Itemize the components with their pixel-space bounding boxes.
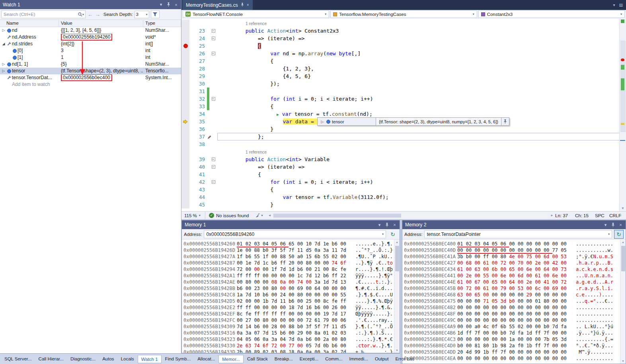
indicator-margin[interactable]	[181, 57, 189, 65]
watch-search-box[interactable]: ▾	[1, 10, 86, 18]
outlining-margin[interactable]: −	[209, 156, 217, 163]
search-options-icon[interactable]: ▾	[82, 13, 84, 16]
memory-row[interactable]: 0x000002556B19432304 05 06 0a 3a 04 7d 0…	[183, 336, 400, 343]
memory-row[interactable]: 0x000002556B0EC40D00 00 00 00 00 00 00 0…	[404, 247, 626, 253]
tab-list-chevron-icon[interactable]: ▾	[613, 3, 615, 7]
tool-window-tab[interactable]: Autos	[99, 355, 117, 363]
memory-row[interactable]: 0x000002556B19427A1f b6 55 1f 00 88 50 a…	[183, 253, 400, 260]
code-line[interactable]: 26− var nd = np.array(new byte[,]	[181, 50, 626, 57]
watch-row[interactable]: [0]3int	[0, 47, 181, 54]
tool-window-tab[interactable]: Error List	[392, 355, 417, 363]
tab-pin-icon[interactable]	[241, 3, 244, 8]
code-line[interactable]: 44 var tensor = tf.Variable(3112.0f);	[181, 193, 626, 201]
window-menu-icon[interactable]: ▾	[376, 222, 383, 228]
indicator-margin[interactable]	[181, 156, 189, 163]
code-line[interactable]: 1 reference	[181, 19, 626, 27]
outlining-margin[interactable]	[209, 57, 217, 65]
memory-row[interactable]: 0x000002556B0EC4C300 00 00 00 00 00 1a 0…	[404, 336, 626, 343]
memory-row[interactable]: 0x000002556B0EC4B61d ff 7f 00 00 b0 7d f…	[404, 330, 626, 336]
indicator-margin[interactable]	[181, 133, 189, 140]
memory-row[interactable]: 0x000002556B19433D2b 00 89 02 03 08 18 0…	[183, 349, 400, 353]
document-health-indicator[interactable]: ✓ No issues found	[205, 213, 252, 218]
code-line[interactable]: 29 {4, 5, 6}	[181, 72, 626, 80]
indicator-margin[interactable]	[181, 178, 189, 186]
code-line[interactable]: 43 {	[181, 186, 626, 193]
memory-row[interactable]: 0x000002556B0EC4D0b0 00 81 80 1b 98 2a f…	[404, 343, 626, 349]
scroll-up-icon[interactable]: ▲	[394, 239, 400, 245]
document-tab[interactable]: MemoryTestingCases.cs ×	[182, 0, 253, 10]
indicator-margin[interactable]	[181, 80, 189, 88]
tool-window-tab[interactable]: Comm...	[322, 355, 345, 363]
code-line[interactable]: 32− for (int i = 0; i < iterate; i++)	[181, 95, 626, 103]
memory2-address-input[interactable]: tensor.TensorDataPointer ▾	[424, 230, 612, 238]
tool-window-tab[interactable]: SQL Server...	[1, 355, 35, 363]
memory-row[interactable]: 0x000002556B0EC42700 68 00 61 00 72 00 7…	[404, 260, 626, 266]
outlining-margin[interactable]	[209, 80, 217, 88]
code-line[interactable]: 30 });	[181, 80, 626, 88]
watch-row[interactable]: ◢nd.strides{int[2]}int[]	[0, 41, 181, 47]
close-icon[interactable]: ×	[173, 2, 179, 8]
scroll-down-icon[interactable]: ▼	[620, 358, 626, 364]
indicator-margin[interactable]	[181, 125, 189, 133]
memory-row[interactable]: 0x000002556B1942E2ff ff 00 00 00 00 18 7…	[183, 304, 400, 311]
search-prev-icon[interactable]: ←	[87, 12, 93, 18]
filter-watch-button[interactable]	[151, 10, 160, 18]
tool-window-tab[interactable]: Call Hierar...	[35, 355, 67, 363]
collapse-icon[interactable]: −	[212, 37, 215, 40]
memory-row[interactable]: 0x000002556B19428700 1e 7d 1c b6 ff 20 0…	[183, 260, 400, 266]
collapse-icon[interactable]: −	[212, 165, 215, 169]
memory2-scrollbar[interactable]: ▲ ▼	[620, 239, 626, 364]
code-line[interactable]: 31	[181, 88, 626, 95]
outlining-margin[interactable]	[209, 103, 217, 110]
tool-window-tab[interactable]: Excepti...	[296, 355, 322, 363]
scrollbar-thumb[interactable]	[395, 246, 399, 271]
watch-row[interactable]: ▷tensor{tf.Tensor: shape=(2, 3), dtype=u…	[0, 68, 181, 74]
indicator-margin[interactable]	[181, 103, 189, 110]
column-header-name[interactable]: Name	[0, 20, 59, 27]
memory-row[interactable]: 0x000002556B1943097d 14 b6 00 28 00 88 b…	[183, 323, 400, 330]
outlining-margin[interactable]	[209, 118, 217, 125]
tool-window-tab[interactable]: Breakp...	[271, 355, 296, 363]
close-icon[interactable]: ×	[617, 222, 624, 228]
window-menu-icon[interactable]: ▾	[158, 2, 164, 8]
pin-icon[interactable]	[165, 2, 172, 8]
tool-window-tab[interactable]: Locals	[118, 355, 137, 363]
memory-row[interactable]: 0x000002556B1942EF8c fe ff ff ff ff 00 0…	[183, 311, 400, 317]
editor-horizontal-scrollbar[interactable]: ◄ ►	[268, 212, 554, 219]
codelens-references[interactable]: 1 reference	[220, 148, 267, 156]
datatip-name-box[interactable]: ▷ tensor	[317, 117, 376, 126]
memory1-hex-view[interactable]: 0x000002556B19426001 02 03 04 05 06 65 0…	[182, 239, 400, 353]
watch-row[interactable]: nd.Address0x000002556b194260void*	[0, 34, 181, 41]
watch-row[interactable]: tensor.TensorDat...0x000002556b0ec400Sys…	[0, 74, 181, 81]
code-line[interactable]: 40− => (iterate) =>	[181, 163, 626, 171]
editor-vertical-scrollbar[interactable]: ▲ ▼	[619, 19, 626, 211]
refresh-button[interactable]: ↻	[388, 230, 398, 239]
memory-row[interactable]: 0x000002556B0EC48F00 00 00 00 00 00 00 0…	[404, 311, 626, 317]
indicator-margin[interactable]	[181, 50, 189, 57]
tool-window-tab[interactable]: Call Stack	[244, 355, 271, 363]
expander-icon[interactable]: ▷	[320, 120, 325, 124]
tool-window-tab[interactable]: Allocat...	[194, 355, 218, 363]
code-line[interactable]: 39− public Action<int> Variable	[181, 156, 626, 163]
memory-row[interactable]: 0x000002556B0EC4EA00 00 00 00 00 00 00 0…	[404, 355, 626, 362]
outlining-margin[interactable]: −	[209, 27, 217, 35]
memory-row[interactable]: 0x000002556B19429472 00 00 00 1f 7d 1d b…	[183, 266, 400, 273]
memory-row[interactable]: 0x000002556B0EC43461 00 63 00 6b 00 65 0…	[404, 266, 626, 273]
outlining-margin[interactable]	[209, 140, 217, 148]
expander-icon[interactable]: ▷	[1, 27, 6, 34]
search-input[interactable]	[4, 12, 78, 17]
memory2-titlebar[interactable]: Memory 2 ▾ ×	[402, 220, 626, 229]
column-header-type[interactable]: Type	[143, 20, 181, 27]
tool-window-tab[interactable]: Watch 1	[138, 355, 162, 363]
memory-row[interactable]: 0x000002556B19426D1e 00 88 b0 3f 5f 7f 1…	[183, 247, 400, 253]
outlining-margin[interactable]	[209, 201, 217, 208]
code-line[interactable]: 38	[181, 140, 626, 148]
breakpoint-icon[interactable]	[183, 44, 188, 48]
outlining-margin[interactable]	[209, 65, 217, 72]
scroll-down-icon[interactable]: ▼	[394, 348, 400, 353]
indicator-margin[interactable]	[181, 171, 189, 178]
pin-icon[interactable]	[610, 222, 616, 228]
memory-row[interactable]: 0x000002556B0EC4DD20 4d 99 1b ff 7f 00 0…	[404, 349, 626, 355]
memory-row[interactable]: 0x000002556B0EC47500 00 00 71 05 3d b0 0…	[404, 298, 626, 304]
code-line[interactable]: 33 {	[181, 103, 626, 110]
